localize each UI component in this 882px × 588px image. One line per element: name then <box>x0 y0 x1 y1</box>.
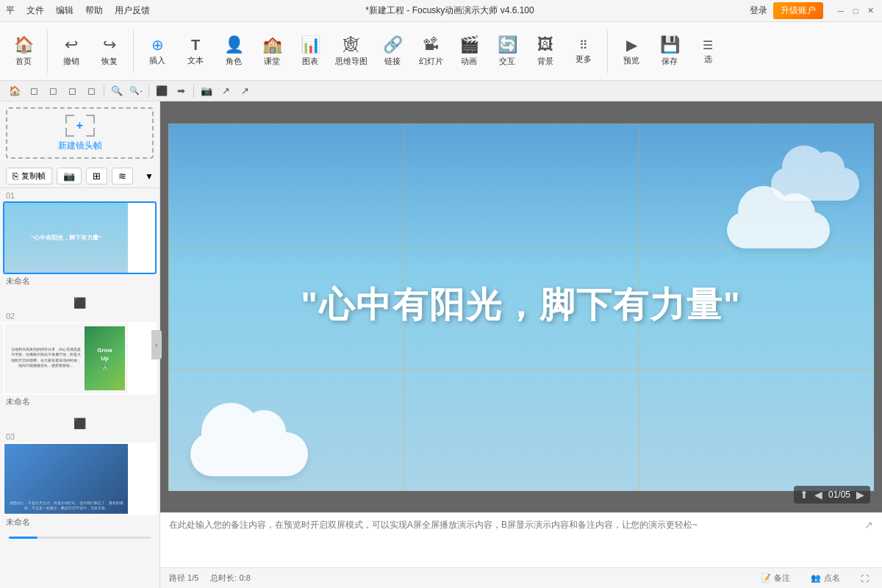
canvas-wrapper: "心中有阳光，脚下有力量" ⬆ ◀ 01/05 ▶ <box>160 101 882 512</box>
slide-number-1: 01 <box>3 191 157 200</box>
toolbar-redo[interactable]: ↪ 恢复 <box>92 32 127 70</box>
toolbar-select-label: 选 <box>704 54 712 65</box>
menu-edit[interactable]: 编辑 <box>56 4 74 17</box>
fullscreen-status-button[interactable]: ⛶ <box>856 573 873 584</box>
login-button[interactable]: 登录 <box>750 4 767 17</box>
toolbar-insert[interactable]: ⊕ 插入 <box>140 33 175 69</box>
slide-preview-1: "心中有阳光，脚下有力量" <box>4 203 128 273</box>
notes-status-icon: 📝 <box>761 573 771 583</box>
close-button[interactable]: ✕ <box>864 5 876 17</box>
camera-frame-button[interactable]: 📷 <box>57 168 82 184</box>
points-status-button[interactable]: 👥 点名 <box>806 571 845 585</box>
menu-ping[interactable]: 平 <box>6 4 15 17</box>
menu-file[interactable]: 文件 <box>26 4 44 17</box>
background-icon: 🖼 <box>537 35 553 54</box>
frame-rotate-icon[interactable]: ◻ <box>82 82 100 100</box>
frame-select-icon[interactable]: ◻ <box>25 82 43 100</box>
expand-icon[interactable]: ↗ <box>217 82 234 100</box>
toolbar-animation[interactable]: 🎬 动画 <box>451 32 487 70</box>
toolbar-preview[interactable]: ▶ 预览 <box>614 33 649 69</box>
toolbar-save[interactable]: 💾 保存 <box>652 32 687 70</box>
more-frame-button[interactable]: ≋ <box>112 168 133 184</box>
notes-status-button[interactable]: 📝 备注 <box>756 571 795 585</box>
interact-icon: 🔄 <box>498 35 517 54</box>
toolbar-more-label: 更多 <box>576 54 592 65</box>
prev-page-icon[interactable]: ◀ <box>814 489 822 501</box>
page-status: 路径 1/5 <box>169 573 198 584</box>
toolbar-text[interactable]: T 文本 <box>178 34 213 69</box>
canvas-main-text: "心中有阳光，脚下有力量" <box>301 281 742 328</box>
status-right-actions: 📝 备注 👥 点名 ⛶ <box>756 571 873 585</box>
canvas-column: ‹ "心中有阳光，脚下有力量" ⬆ <box>160 101 882 588</box>
copy-frame-button[interactable]: ⎘ 复制帧 <box>6 168 52 184</box>
toolbar-link[interactable]: 🔗 链接 <box>375 32 410 70</box>
home-nav-icon[interactable]: 🏠 <box>6 82 24 100</box>
toolbar-chart[interactable]: 📊 图表 <box>293 32 328 70</box>
toolbar-animation-label: 动画 <box>461 56 477 67</box>
animation-icon: 🎬 <box>459 35 479 54</box>
slide-sep-2: ⬛ <box>3 415 157 432</box>
frame-resize-icon[interactable]: ◻ <box>44 82 62 100</box>
next-page-icon[interactable]: ▶ <box>856 489 864 501</box>
fit-icon[interactable]: ⬛ <box>153 82 171 100</box>
slide2-text: 当他和兴高采烈的同学分享，内心充满温柔与平静，仿佛那片阳光不再属于他，而是大地和… <box>7 344 85 373</box>
toolbar-slideshow-label: 幻灯片 <box>419 56 443 67</box>
panel-collapse-icon[interactable]: ▼ <box>145 171 154 182</box>
slide-number-2: 02 <box>3 312 157 320</box>
slide-label-2: 未命名 <box>3 395 157 409</box>
notes-textarea[interactable] <box>169 519 858 562</box>
new-frame-button[interactable]: + 新建镜头帧 <box>6 107 154 159</box>
link-icon: 🔗 <box>383 35 403 54</box>
toolbar-mindmap[interactable]: 🕸 思维导图 <box>331 32 372 70</box>
maximize-button[interactable]: □ <box>850 5 861 17</box>
toolbar-undo[interactable]: ↩ 撤销 <box>54 32 89 70</box>
capture-icon[interactable]: 📷 <box>198 82 215 100</box>
expand-frame-button[interactable]: ⊞ <box>86 168 107 184</box>
slide2-image: GrowUp 🐼 <box>85 326 125 390</box>
undo-icon: ↩ <box>65 35 78 54</box>
home-icon: 🏠 <box>14 35 34 54</box>
zoom-out-icon[interactable]: 🔍- <box>127 82 145 100</box>
menu-feedback[interactable]: 用户反馈 <box>115 4 150 17</box>
slide-thumb-2[interactable]: 当他和兴高采烈的同学分享，内心充满温柔与平静，仿佛那片阳光不再属于他，而是大地和… <box>3 322 157 395</box>
zoom-in-icon[interactable]: 🔍 <box>108 82 126 100</box>
slide-thumb-1[interactable]: "心中有阳光，脚下有力量" <box>3 201 157 274</box>
panel-toggle-button[interactable]: ‹ <box>151 330 162 359</box>
icon-sep-3 <box>193 85 194 98</box>
toolbar-background-label: 背景 <box>537 56 553 67</box>
cloud-shape-1 <box>190 432 308 476</box>
frame-move-icon[interactable]: ◻ <box>63 82 81 100</box>
toolbar-home[interactable]: 🏠 首页 <box>6 32 41 70</box>
toolbar-character[interactable]: 👤 角色 <box>216 32 251 70</box>
toolbar-classroom[interactable]: 🏫 课堂 <box>254 32 290 70</box>
toolbar-select[interactable]: ☰ 选 <box>690 35 725 68</box>
toolbar-background[interactable]: 🖼 背景 <box>528 32 563 70</box>
main-content: + 新建镜头帧 ⎘ 复制帧 📷 ⊞ ≋ ▼ 01 <box>0 101 882 588</box>
upload-icon[interactable]: ⬆ <box>800 489 808 501</box>
menu-bar: 平 文件 编辑 帮助 用户反馈 <box>6 4 150 17</box>
frame-tools-bar: ⎘ 复制帧 📷 ⊞ ≋ ▼ <box>0 165 159 188</box>
toolbar-interact-label: 交互 <box>499 56 515 67</box>
fullscreen-status-icon: ⛶ <box>861 574 869 583</box>
toolbar-more[interactable]: ⠿ 更多 <box>566 35 601 68</box>
progress-bar <box>9 537 151 539</box>
toolbar-interact[interactable]: 🔄 交互 <box>490 32 525 70</box>
minimize-button[interactable]: ─ <box>835 5 847 17</box>
notes-expand-icon[interactable]: ↗ <box>864 519 873 531</box>
align-icon[interactable]: ➡ <box>172 82 190 100</box>
new-frame-label: 新建镜头帧 <box>58 140 102 152</box>
toolbar-slideshow[interactable]: 📽 幻灯片 <box>413 32 448 70</box>
window-title: *新建工程 - Focusky动画演示大师 v4.6.100 <box>150 4 750 17</box>
page-indicator: 01/05 <box>828 490 850 500</box>
copy-icon: ⎘ <box>12 171 18 182</box>
upgrade-button[interactable]: 升级账户 <box>773 2 823 19</box>
toolbar-text-label: 文本 <box>187 55 204 66</box>
expand-frame-icon: ⊞ <box>93 171 101 182</box>
main-canvas[interactable]: "心中有阳光，脚下有力量" <box>168 123 874 491</box>
insert-icon: ⊕ <box>151 36 164 54</box>
slide-number-3: 03 <box>3 432 157 441</box>
menu-help[interactable]: 帮助 <box>85 4 103 17</box>
slide-thumb-3[interactable]: 感恩的心，不是向天乞讨，而是向地行礼，也许我们都忘了，最初的模样，不过是一粒微尘… <box>3 442 157 515</box>
fullscreen-icon[interactable]: ↗ <box>236 82 254 100</box>
title-right-actions: 登录 升级账户 ─ □ ✕ <box>750 2 876 19</box>
